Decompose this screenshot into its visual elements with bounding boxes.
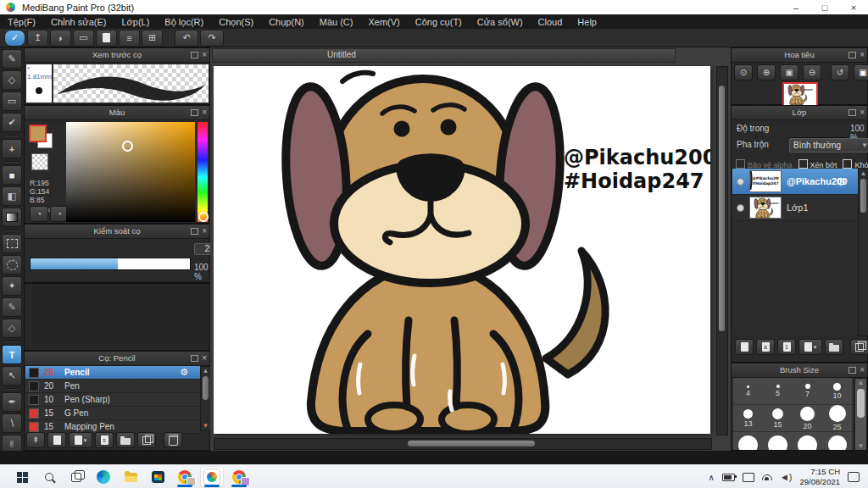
popout-icon[interactable] [191, 355, 198, 362]
tool-move[interactable]: + [2, 139, 22, 158]
menu-window[interactable]: Cửa sổ(W) [470, 17, 531, 27]
saturation-value-picker[interactable] [66, 122, 195, 222]
fit-screen-button[interactable]: ▣ [780, 64, 798, 80]
minimize-button[interactable]: – [782, 0, 810, 14]
brush-folder-button[interactable] [116, 432, 135, 448]
new-8bit-layer-button[interactable]: a [756, 339, 775, 355]
search-button[interactable] [38, 467, 60, 487]
add-brush-menu-button[interactable]: ▾ [69, 432, 92, 448]
redo-button[interactable]: ↷ [200, 30, 224, 47]
popout-icon[interactable] [191, 109, 198, 116]
size-option-4[interactable]: 4 [733, 378, 764, 405]
tool-brush[interactable]: ✎ [2, 49, 22, 69]
rotate-ccw-button[interactable]: ↺ [831, 64, 849, 80]
size-option-25[interactable]: 25 [822, 405, 853, 432]
size-option-10[interactable]: 10 [822, 378, 853, 405]
close-panel-icon[interactable]: × [860, 366, 865, 374]
zoom-in-button[interactable]: ⊕ [757, 64, 776, 80]
file-explorer-button[interactable] [120, 467, 142, 487]
publish-button[interactable]: ↥ [27, 30, 48, 47]
task-view-button[interactable] [65, 467, 87, 487]
layer-row-lop1[interactable]: Lớp1 [732, 195, 858, 221]
brush-cloud-button[interactable]: ↟ [26, 432, 45, 448]
tool-control-point[interactable]: ✔ [2, 113, 22, 132]
start-button[interactable] [11, 467, 33, 487]
brush-size-scrollbar[interactable]: ▲ ▼ [854, 378, 867, 451]
maximize-button[interactable]: □ [810, 0, 839, 14]
chrome-window-2-button[interactable] [228, 467, 250, 487]
script-brush-button[interactable]: s [95, 432, 114, 448]
close-button[interactable]: × [839, 0, 868, 14]
store-button[interactable] [147, 467, 169, 487]
tool-eraser[interactable]: ◇ [2, 70, 22, 90]
menu-select[interactable]: Chọn(S) [211, 17, 261, 27]
tool-gradient[interactable] [2, 208, 22, 227]
duplicate-brush-button[interactable] [137, 432, 156, 448]
menu-help[interactable]: Help [570, 17, 604, 27]
tool-magic-wand[interactable]: ✦ [2, 276, 22, 296]
transparent-color-swatch[interactable] [31, 153, 48, 170]
layer-row-signature[interactable]: @Pikachu2009 ⚙ [732, 169, 858, 195]
new-1bit-layer-button[interactable]: 1 [777, 339, 796, 355]
message-button[interactable]: ▭ [73, 30, 94, 47]
tool-select-pen[interactable]: ✎ [2, 297, 22, 317]
layer-folder-button[interactable] [825, 339, 843, 355]
layer-visibility-icon[interactable] [737, 178, 744, 186]
tool-select-eraser[interactable]: ◇ [2, 319, 22, 338]
navigator-thumbnail[interactable] [782, 82, 818, 108]
tool-lasso[interactable] [2, 255, 22, 274]
close-panel-icon[interactable]: × [202, 227, 207, 236]
hidden-icons-chevron[interactable]: ∧ [709, 473, 715, 482]
reset-view-button[interactable]: ▣ [854, 64, 868, 80]
menu-file[interactable]: Tệp(F) [0, 17, 43, 27]
menu-cloud[interactable]: Cloud [531, 17, 570, 27]
close-panel-icon[interactable]: × [860, 108, 865, 117]
close-panel-icon[interactable]: × [202, 354, 207, 363]
layer-visibility-icon[interactable] [737, 204, 744, 212]
size-option-5[interactable]: 5 [763, 378, 793, 405]
size-option-large[interactable] [733, 432, 764, 451]
size-option-20[interactable]: 20 [793, 405, 823, 432]
cast-screen-icon[interactable] [743, 473, 754, 482]
tool-operation[interactable]: ↖ [2, 366, 22, 385]
popout-icon[interactable] [849, 367, 856, 374]
medibang-taskbar-button[interactable] [201, 467, 223, 487]
tool-eyedropper[interactable]: ∖ [2, 413, 22, 433]
blend-mode-dropdown[interactable]: Bình thường ▼ [789, 138, 868, 152]
menu-layer[interactable]: Lớp(L) [114, 17, 157, 27]
tool-shape-brush[interactable]: ▭ [2, 92, 22, 111]
popout-icon[interactable] [849, 52, 856, 58]
notification-center-icon[interactable] [848, 472, 860, 482]
drawing-canvas[interactable] [214, 66, 710, 434]
menu-tools[interactable]: Công cụ(T) [408, 17, 470, 27]
layer-settings-gear-icon[interactable]: ⚙ [836, 175, 846, 188]
scroll-down-icon[interactable]: ▼ [855, 442, 866, 451]
tool-select-rect[interactable] [2, 234, 22, 253]
zoom-reset-button[interactable]: ⊙ [734, 64, 753, 80]
volume-icon[interactable]: ◄) [780, 472, 793, 482]
scrollbar-thumb[interactable] [203, 376, 209, 400]
size-option-15[interactable]: 15 [763, 405, 793, 432]
delete-brush-button[interactable] [164, 432, 182, 448]
popout-icon[interactable] [191, 228, 198, 235]
chrome-window-1-button[interactable] [174, 467, 196, 487]
new-layer-button[interactable] [735, 339, 754, 355]
list-button[interactable]: ≡ [119, 30, 140, 47]
popout-icon[interactable] [191, 52, 198, 58]
close-panel-icon[interactable]: × [202, 108, 207, 117]
popout-icon[interactable] [849, 109, 856, 116]
duplicate-layer-button[interactable] [850, 339, 868, 355]
add-layer-menu-button[interactable]: ▾ [798, 339, 822, 355]
grid-settings-button[interactable]: ⊞ [142, 30, 163, 47]
taskbar-clock[interactable]: 7:15 CH 29/08/2021 [799, 467, 840, 487]
tool-fill-rect[interactable]: ■ [2, 165, 22, 185]
tool-text[interactable]: T [2, 345, 22, 364]
brush-settings-gear-icon[interactable]: ⚙ [180, 367, 188, 378]
palette-button[interactable]: ◔ [30, 206, 48, 222]
size-option-7[interactable]: 7 [793, 378, 823, 405]
foreground-color-swatch[interactable] [29, 125, 47, 142]
brush-row-gpen[interactable]: 15 G Pen [25, 407, 200, 420]
undo-button[interactable]: ↶ [175, 30, 198, 47]
battery-icon[interactable] [722, 474, 735, 481]
canvas-horizontal-scrollbar[interactable] [214, 438, 712, 450]
